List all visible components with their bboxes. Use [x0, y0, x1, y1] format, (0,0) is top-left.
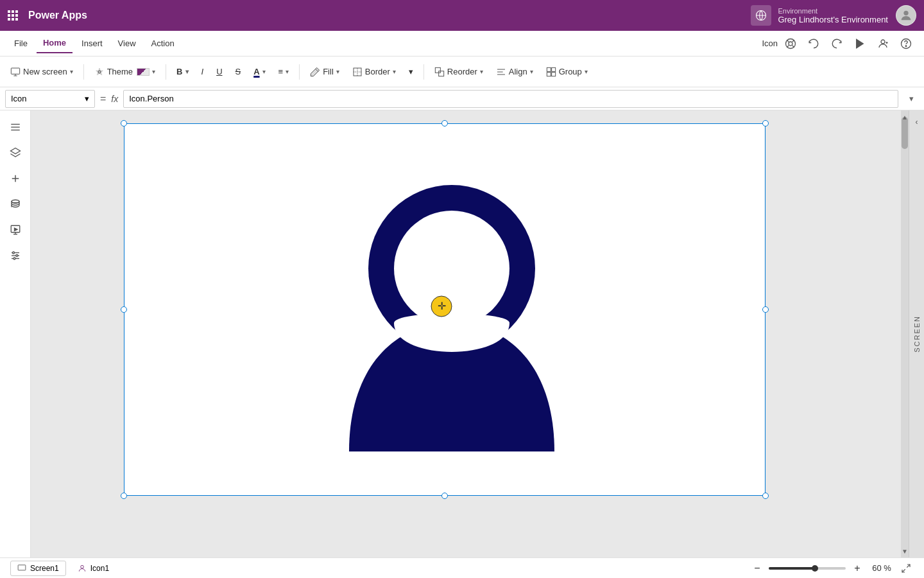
bold-label: B [176, 67, 182, 76]
fill-dropdown-arrow: ▾ [336, 68, 339, 75]
align-group-label: Align [509, 67, 527, 76]
formula-expand-button[interactable]: ▾ [903, 91, 919, 107]
apps-icon[interactable] [8, 10, 18, 21]
right-panel[interactable]: ‹ SCREEN [909, 110, 924, 557]
env-text: Environment Greg Lindhorst's Environment [778, 7, 888, 24]
zoom-slider-thumb[interactable] [812, 565, 818, 572]
help-icon[interactable] [896, 33, 916, 54]
underline-label: U [216, 67, 222, 76]
toolbar: New screen ▾ Theme ▾ B ▾ I U S A ▾ ≡ [0, 57, 924, 87]
canvas-area[interactable]: ✛ ▼ ▲ [31, 110, 909, 557]
icon1-tab[interactable]: Icon1 [71, 561, 116, 575]
more-dropdown-button[interactable]: ▾ [404, 62, 418, 82]
group-label: Group [559, 67, 582, 76]
sidebar-add[interactable] [4, 167, 27, 190]
property-dropdown[interactable]: Icon ▾ [5, 90, 95, 108]
zoom-out-label: − [754, 563, 760, 574]
fx-button[interactable]: fx [111, 94, 118, 104]
svg-rect-27 [547, 67, 551, 71]
menu-right-icons [780, 33, 916, 54]
svg-rect-28 [551, 67, 555, 71]
svg-point-13 [905, 46, 907, 47]
zoom-in-label: + [854, 563, 860, 574]
theme-dropdown-arrow: ▾ [152, 68, 155, 75]
menu-home[interactable]: Home [37, 34, 73, 53]
svg-rect-29 [547, 72, 551, 76]
menu-bar: File Home Insert View Action Icon [0, 31, 924, 57]
person-icon-container[interactable]: ✛ [317, 156, 586, 464]
menu-insert[interactable]: Insert [75, 34, 109, 53]
font-color-dropdown-arrow: ▾ [262, 68, 266, 75]
play-icon[interactable] [850, 33, 870, 54]
theme-color-swatch [137, 68, 150, 76]
sidebar-layers[interactable] [4, 141, 27, 164]
support-icon[interactable] [780, 33, 801, 54]
border-button[interactable]: Border ▾ [347, 62, 401, 82]
font-color-button[interactable]: A ▾ [248, 62, 270, 82]
environment-section: Environment Greg Lindhorst's Environment [751, 5, 888, 26]
formula-bar: Icon ▾ = fx ▾ [0, 87, 924, 110]
group-button[interactable]: Group ▾ [541, 62, 593, 82]
user-icon[interactable] [873, 33, 893, 54]
new-screen-button[interactable]: New screen ▾ [5, 62, 78, 82]
svg-text:✛: ✛ [438, 301, 446, 311]
theme-label: Theme [107, 67, 133, 76]
fullscreen-button[interactable] [898, 561, 914, 576]
align-group-button[interactable]: Align ▾ [491, 62, 538, 82]
separator-2 [166, 64, 166, 80]
reorder-label: Reorder [447, 67, 477, 76]
svg-marker-34 [10, 148, 20, 154]
right-collapse-button[interactable]: ‹ [911, 116, 923, 128]
more-arrow: ▾ [409, 67, 413, 76]
svg-rect-23 [438, 71, 443, 76]
svg-rect-22 [435, 67, 440, 73]
bold-button[interactable]: B ▾ [171, 62, 193, 82]
svg-line-54 [907, 565, 910, 568]
formula-input[interactable] [123, 90, 898, 108]
align-label: ≡ [278, 67, 284, 76]
property-dropdown-arrow: ▾ [85, 94, 89, 103]
selected-element-label: Icon [762, 39, 778, 48]
sidebar-media[interactable] [4, 218, 27, 241]
italic-label: I [201, 67, 204, 76]
sidebar-hamburger[interactable] [4, 116, 27, 139]
icon1-label: Icon1 [90, 564, 109, 573]
svg-point-46 [15, 255, 17, 257]
theme-button[interactable]: Theme ▾ [89, 62, 160, 82]
zoom-slider[interactable] [769, 567, 846, 570]
screen-label: SCREEN [913, 315, 921, 353]
fx-label: fx [111, 94, 118, 104]
canvas-frame: ✛ [124, 123, 766, 496]
screen1-tab[interactable]: Screen1 [10, 561, 66, 576]
redo-icon[interactable] [826, 33, 847, 54]
zoom-out-button[interactable]: − [749, 561, 765, 576]
menu-file[interactable]: File [8, 34, 34, 53]
zoom-slider-fill [769, 567, 815, 570]
svg-rect-52 [18, 565, 26, 570]
italic-button[interactable]: I [196, 62, 209, 82]
property-value: Icon [11, 94, 27, 103]
svg-point-45 [12, 252, 14, 254]
scroll-down-btn[interactable]: ▼ [901, 545, 909, 557]
svg-point-3 [789, 42, 792, 46]
fill-button[interactable]: Fill ▾ [305, 62, 345, 82]
main-layout: ✛ ▼ ▲ ‹ SCREEN [0, 110, 924, 557]
align-button[interactable]: ≡ ▾ [273, 62, 295, 82]
new-screen-label: New screen [23, 67, 67, 76]
undo-icon[interactable] [803, 33, 824, 54]
avatar[interactable] [896, 5, 916, 26]
menu-view[interactable]: View [112, 34, 142, 53]
menu-action[interactable]: Action [145, 34, 181, 53]
env-name: Greg Lindhorst's Environment [778, 15, 888, 24]
strikethrough-button[interactable]: S [230, 62, 246, 82]
underline-button[interactable]: U [211, 62, 227, 82]
sidebar-database[interactable] [4, 193, 27, 216]
separator-4 [424, 64, 424, 80]
vertical-scrollbar[interactable]: ▼ ▲ [901, 110, 909, 557]
zoom-in-button[interactable]: + [850, 561, 865, 576]
app-title: Power Apps [28, 10, 87, 21]
scroll-up-btn[interactable]: ▲ [901, 110, 909, 123]
sidebar-controls[interactable] [4, 244, 27, 267]
env-label: Environment [778, 7, 888, 15]
reorder-button[interactable]: Reorder ▾ [429, 62, 488, 82]
